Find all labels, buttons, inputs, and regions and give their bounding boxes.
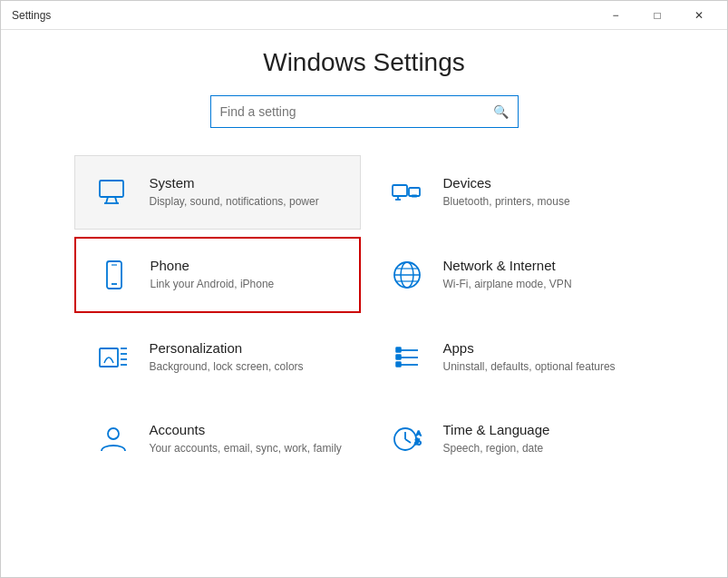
title-bar: Settings − □ ✕ (1, 1, 727, 30)
time-icon: A あ (385, 417, 429, 461)
search-input[interactable] (220, 104, 493, 119)
devices-icon (385, 171, 429, 214)
accounts-text: Accounts Your accounts, email, sync, wor… (150, 422, 342, 456)
accounts-icon (92, 417, 135, 461)
settings-grid: System Display, sound, notifications, po… (74, 155, 655, 476)
svg-line-1 (106, 197, 108, 203)
personalization-text: Personalization Background, lock screen,… (150, 340, 304, 375)
maximize-button[interactable]: □ (636, 1, 678, 30)
settings-item-apps[interactable]: Apps Uninstall, defaults, optional featu… (368, 320, 655, 395)
search-icon: 🔍 (493, 104, 509, 119)
personalization-title: Personalization (150, 340, 304, 356)
settings-item-phone[interactable]: Phone Link your Android, iPhone (74, 237, 361, 313)
window-title: Settings (12, 9, 51, 22)
devices-title: Devices (443, 175, 570, 191)
svg-rect-27 (396, 362, 401, 367)
search-bar[interactable]: 🔍 (210, 95, 519, 128)
svg-rect-26 (396, 355, 401, 359)
window-controls: − □ ✕ (595, 1, 720, 30)
settings-item-time[interactable]: A あ Time & Language Speech, region, date (368, 402, 655, 476)
network-desc: Wi-Fi, airplane mode, VPN (443, 277, 572, 292)
accounts-desc: Your accounts, email, sync, work, family (150, 441, 342, 456)
phone-icon (92, 253, 136, 297)
devices-text: Devices Bluetooth, printers, mouse (443, 175, 570, 210)
time-desc: Speech, region, date (443, 441, 550, 456)
svg-text:あ: あ (414, 437, 422, 446)
svg-text:A: A (416, 429, 422, 437)
svg-point-28 (108, 428, 119, 439)
svg-rect-25 (396, 348, 401, 352)
close-button[interactable]: ✕ (678, 1, 720, 30)
system-icon (92, 171, 135, 214)
personalization-desc: Background, lock screen, colors (150, 359, 304, 375)
apps-desc: Uninstall, defaults, optional features (443, 359, 616, 375)
system-text: System Display, sound, notifications, po… (150, 175, 319, 210)
phone-title: Phone (150, 258, 275, 273)
system-title: System (150, 175, 319, 191)
apps-title: Apps (443, 340, 616, 356)
apps-icon (385, 336, 429, 379)
time-text: Time & Language Speech, region, date (443, 422, 550, 456)
main-content: Windows Settings 🔍 System Display (1, 30, 727, 577)
apps-text: Apps Uninstall, defaults, optional featu… (443, 340, 616, 375)
svg-line-31 (405, 439, 411, 443)
settings-item-accounts[interactable]: Accounts Your accounts, email, sync, wor… (74, 402, 361, 476)
system-desc: Display, sound, notifications, power (150, 194, 319, 210)
svg-rect-0 (100, 181, 123, 197)
phone-text: Phone Link your Android, iPhone (150, 258, 275, 292)
svg-rect-4 (393, 185, 407, 196)
personalization-icon (92, 336, 135, 379)
page-title: Windows Settings (263, 48, 465, 77)
network-icon (385, 253, 429, 297)
network-text: Network & Internet Wi-Fi, airplane mode,… (443, 258, 572, 292)
settings-item-devices[interactable]: Devices Bluetooth, printers, mouse (368, 155, 655, 230)
settings-item-personalization[interactable]: Personalization Background, lock screen,… (74, 320, 361, 395)
devices-desc: Bluetooth, printers, mouse (443, 194, 570, 210)
time-title: Time & Language (443, 422, 550, 437)
phone-desc: Link your Android, iPhone (150, 277, 275, 292)
svg-line-2 (115, 197, 117, 203)
accounts-title: Accounts (150, 422, 342, 437)
settings-window: Settings − □ ✕ Windows Settings 🔍 (0, 0, 728, 578)
settings-item-system[interactable]: System Display, sound, notifications, po… (74, 155, 361, 230)
settings-item-network[interactable]: Network & Internet Wi-Fi, airplane mode,… (368, 237, 655, 313)
network-title: Network & Internet (443, 258, 572, 273)
minimize-button[interactable]: − (595, 1, 636, 30)
